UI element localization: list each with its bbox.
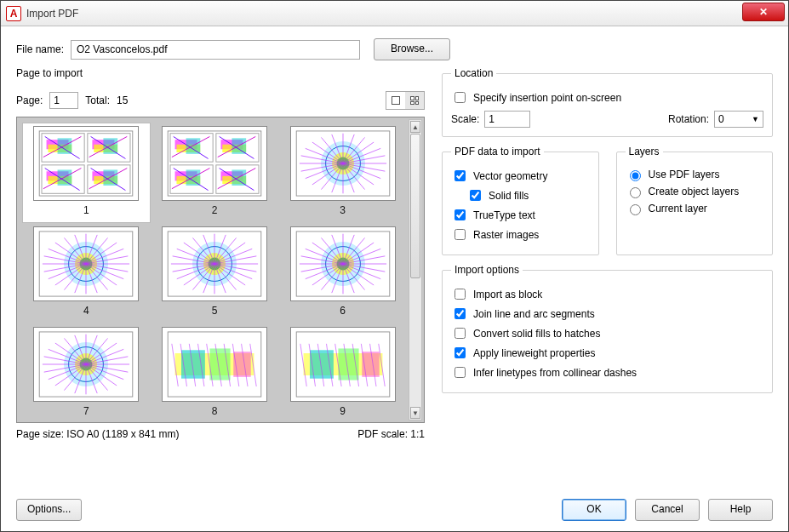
page-control-row: Page: Total: 15 [16,91,425,110]
create-object-layers-radio[interactable] [630,187,641,198]
truetype-checkbox[interactable] [455,209,466,220]
current-layer-label: Current layer [649,203,707,215]
single-page-icon [392,96,400,105]
total-value: 15 [117,94,128,106]
lineweight-checkbox[interactable] [455,347,466,358]
thumbnail-label: 9 [340,405,346,417]
scroll-thumb[interactable] [410,134,420,278]
rotation-combo[interactable]: 0 ▼ [714,111,763,128]
thumbnail-page-8[interactable]: 8 [151,323,279,423]
page-label: Page: [16,94,43,106]
view-toggle [386,91,425,110]
rotation-label: Rotation: [668,113,709,125]
data-layers-row: PDF data to import Vector geometry Solid… [442,146,773,255]
vector-geometry-label: Vector geometry [473,170,547,182]
join-line-arc-checkbox[interactable] [455,308,466,319]
thumbnail-label: 6 [340,305,346,317]
thumbnail-page-6[interactable]: 6 [278,223,407,323]
main-columns: Page to import Page: Total: 15 [16,67,773,492]
thumbnail-page-3[interactable]: 3 [278,123,407,223]
thumbnail-image [33,226,139,301]
window-title: Import PDF [26,8,78,20]
thumbnail-page-4[interactable]: 4 [22,223,151,323]
specify-insertion-label: Specify insertion point on-screen [473,92,621,104]
app-icon: A [6,6,21,21]
thumbnail-image [290,327,396,402]
specify-insertion-checkbox[interactable] [455,92,466,103]
close-icon: ✕ [759,6,768,18]
thumbnail-label: 1 [83,204,89,216]
options-button[interactable]: Options... [16,499,82,521]
page-size-label: Page size: ISO A0 (1189 x 841 mm) [16,428,179,440]
infer-linetypes-checkbox[interactable] [455,367,466,378]
view-single-button[interactable] [386,92,405,109]
thumbnail-label: 5 [212,305,218,317]
solid-fills-checkbox[interactable] [470,190,481,201]
thumbnail-label: 2 [212,204,218,216]
raster-images-label: Raster images [473,229,539,241]
thumbnail-image [290,226,396,301]
pdf-data-group: PDF data to import Vector geometry Solid… [442,146,599,255]
thumbnail-page-7[interactable]: 7 [22,323,151,423]
location-title: Location [451,67,496,79]
thumbnails-scrollbar[interactable]: ▲ ▼ [409,119,422,420]
page-to-import-title: Page to import [16,67,425,79]
page-footer-row: Page size: ISO A0 (1189 x 841 mm) PDF sc… [16,428,425,440]
thumbnail-label: 3 [340,204,346,216]
thumbnail-page-9[interactable]: 9 [278,323,407,423]
raster-images-checkbox[interactable] [455,229,466,240]
use-pdf-layers-radio[interactable] [630,170,641,181]
solid-fills-label: Solid fills [489,190,529,202]
import-options-group: Import options Import as block Join line… [442,264,773,393]
import-as-block-label: Import as block [473,289,542,300]
view-grid-button[interactable] [405,92,424,109]
thumbnail-label: 4 [83,305,89,317]
dialog-content: File name: Browse... Page to import Page… [1,26,788,531]
rotation-value: 0 [718,113,724,125]
total-label: Total: [85,94,110,106]
thumbnail-label: 7 [83,405,89,417]
page-to-import-panel: Page to import Page: Total: 15 [16,67,425,492]
thumbnail-page-2[interactable]: 2 [151,123,279,223]
scale-input[interactable] [484,111,530,128]
chevron-down-icon: ▼ [752,115,759,123]
thumbnail-image [33,126,139,201]
cancel-button[interactable]: Cancel [635,499,700,521]
join-line-arc-label: Join line and arc segments [473,308,595,320]
filename-input[interactable] [71,40,360,60]
scale-rotation-row: Scale: Rotation: 0 ▼ [451,111,763,128]
pdf-scale-label: PDF scale: 1:1 [357,428,425,440]
lineweight-label: Apply lineweight properties [473,347,595,359]
scroll-down-arrow[interactable]: ▼ [410,407,420,419]
thumbnail-image [162,226,267,301]
layers-title: Layers [626,146,663,157]
scroll-up-arrow[interactable]: ▲ [410,121,420,133]
page-number-input[interactable] [49,92,78,109]
browse-button[interactable]: Browse... [374,38,450,60]
current-layer-radio[interactable] [630,204,641,215]
grid-icon [410,96,419,105]
specify-insertion-row: Specify insertion point on-screen [451,89,763,106]
location-group: Location Specify insertion point on-scre… [442,67,773,137]
pdf-data-title: PDF data to import [451,146,544,157]
right-column: Location Specify insertion point on-scre… [442,67,773,492]
import-options-title: Import options [451,264,523,276]
thumbnail-label: 8 [212,405,218,417]
thumbnail-image [33,327,139,402]
thumbnail-image [162,126,267,201]
thumbnail-page-1[interactable]: 1 [22,123,151,223]
thumbnail-image [162,327,267,402]
thumbnails-area: 1 [16,117,425,423]
help-button[interactable]: Help [708,499,773,521]
ok-button[interactable]: OK [562,499,626,521]
import-as-block-checkbox[interactable] [455,289,466,300]
convert-fills-label: Convert solid fills to hatches [473,328,600,340]
vector-geometry-checkbox[interactable] [455,170,466,181]
thumbnail-page-5[interactable]: 5 [151,223,279,323]
filename-row: File name: Browse... [16,38,773,60]
convert-fills-checkbox[interactable] [455,328,466,339]
use-pdf-layers-label: Use PDF layers [649,169,720,180]
infer-linetypes-label: Infer linetypes from collinear dashes [473,367,637,379]
close-button[interactable]: ✕ [742,3,785,21]
button-row: Options... OK Cancel Help [16,499,773,521]
